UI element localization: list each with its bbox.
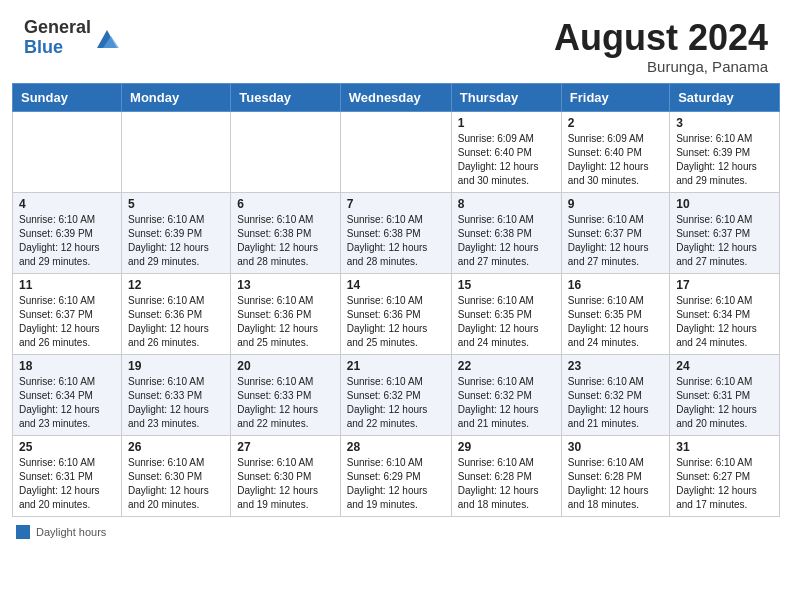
day-info: Sunrise: 6:10 AMSunset: 6:39 PMDaylight:… [128,213,224,269]
day-number: 28 [347,440,445,454]
logo-general-text: General [24,17,91,37]
day-info: Sunrise: 6:09 AMSunset: 6:40 PMDaylight:… [568,132,663,188]
calendar-cell: 19Sunrise: 6:10 AMSunset: 6:33 PMDayligh… [122,354,231,435]
day-number: 23 [568,359,663,373]
calendar-week-row: 1Sunrise: 6:09 AMSunset: 6:40 PMDaylight… [13,111,780,192]
calendar-week-row: 25Sunrise: 6:10 AMSunset: 6:31 PMDayligh… [13,435,780,516]
day-info: Sunrise: 6:10 AMSunset: 6:32 PMDaylight:… [568,375,663,431]
calendar-cell [340,111,451,192]
day-number: 24 [676,359,773,373]
calendar-cell: 17Sunrise: 6:10 AMSunset: 6:34 PMDayligh… [670,273,780,354]
calendar-cell: 30Sunrise: 6:10 AMSunset: 6:28 PMDayligh… [561,435,669,516]
calendar-body: 1Sunrise: 6:09 AMSunset: 6:40 PMDaylight… [13,111,780,516]
calendar-week-row: 4Sunrise: 6:10 AMSunset: 6:39 PMDaylight… [13,192,780,273]
daylight-dot [16,525,30,539]
weekday-header-cell: Thursday [451,83,561,111]
logo-icon [93,24,121,52]
weekday-header-cell: Monday [122,83,231,111]
day-number: 11 [19,278,115,292]
day-number: 10 [676,197,773,211]
calendar-cell: 31Sunrise: 6:10 AMSunset: 6:27 PMDayligh… [670,435,780,516]
page-header: General Blue August 2024 Burunga, Panama [0,0,792,83]
day-info: Sunrise: 6:10 AMSunset: 6:39 PMDaylight:… [676,132,773,188]
calendar-cell: 9Sunrise: 6:10 AMSunset: 6:37 PMDaylight… [561,192,669,273]
calendar-cell: 3Sunrise: 6:10 AMSunset: 6:39 PMDaylight… [670,111,780,192]
day-info: Sunrise: 6:10 AMSunset: 6:39 PMDaylight:… [19,213,115,269]
calendar-cell: 29Sunrise: 6:10 AMSunset: 6:28 PMDayligh… [451,435,561,516]
month-year-title: August 2024 [554,18,768,58]
calendar-cell: 15Sunrise: 6:10 AMSunset: 6:35 PMDayligh… [451,273,561,354]
day-number: 18 [19,359,115,373]
day-number: 25 [19,440,115,454]
day-info: Sunrise: 6:10 AMSunset: 6:32 PMDaylight:… [347,375,445,431]
day-number: 8 [458,197,555,211]
day-number: 14 [347,278,445,292]
calendar-cell: 5Sunrise: 6:10 AMSunset: 6:39 PMDaylight… [122,192,231,273]
calendar-cell: 22Sunrise: 6:10 AMSunset: 6:32 PMDayligh… [451,354,561,435]
calendar-cell: 10Sunrise: 6:10 AMSunset: 6:37 PMDayligh… [670,192,780,273]
day-number: 15 [458,278,555,292]
day-number: 17 [676,278,773,292]
day-info: Sunrise: 6:10 AMSunset: 6:30 PMDaylight:… [237,456,333,512]
day-info: Sunrise: 6:10 AMSunset: 6:34 PMDaylight:… [676,294,773,350]
calendar-cell: 27Sunrise: 6:10 AMSunset: 6:30 PMDayligh… [231,435,340,516]
day-info: Sunrise: 6:10 AMSunset: 6:28 PMDaylight:… [458,456,555,512]
day-number: 3 [676,116,773,130]
day-number: 2 [568,116,663,130]
day-info: Sunrise: 6:10 AMSunset: 6:35 PMDaylight:… [568,294,663,350]
calendar-cell: 2Sunrise: 6:09 AMSunset: 6:40 PMDaylight… [561,111,669,192]
calendar-cell: 12Sunrise: 6:10 AMSunset: 6:36 PMDayligh… [122,273,231,354]
day-number: 5 [128,197,224,211]
day-info: Sunrise: 6:10 AMSunset: 6:31 PMDaylight:… [676,375,773,431]
day-info: Sunrise: 6:10 AMSunset: 6:36 PMDaylight:… [237,294,333,350]
day-info: Sunrise: 6:10 AMSunset: 6:38 PMDaylight:… [458,213,555,269]
calendar-table: SundayMondayTuesdayWednesdayThursdayFrid… [12,83,780,517]
logo-blue-text: Blue [24,37,63,57]
day-info: Sunrise: 6:10 AMSunset: 6:33 PMDaylight:… [128,375,224,431]
day-number: 7 [347,197,445,211]
day-number: 9 [568,197,663,211]
day-info: Sunrise: 6:10 AMSunset: 6:34 PMDaylight:… [19,375,115,431]
calendar-cell: 25Sunrise: 6:10 AMSunset: 6:31 PMDayligh… [13,435,122,516]
day-number: 16 [568,278,663,292]
logo: General Blue [24,18,121,58]
calendar-cell: 20Sunrise: 6:10 AMSunset: 6:33 PMDayligh… [231,354,340,435]
calendar-cell: 14Sunrise: 6:10 AMSunset: 6:36 PMDayligh… [340,273,451,354]
calendar-cell: 8Sunrise: 6:10 AMSunset: 6:38 PMDaylight… [451,192,561,273]
day-number: 31 [676,440,773,454]
day-info: Sunrise: 6:10 AMSunset: 6:38 PMDaylight:… [237,213,333,269]
day-number: 20 [237,359,333,373]
weekday-header-cell: Friday [561,83,669,111]
calendar-week-row: 18Sunrise: 6:10 AMSunset: 6:34 PMDayligh… [13,354,780,435]
calendar-cell [13,111,122,192]
calendar-cell: 26Sunrise: 6:10 AMSunset: 6:30 PMDayligh… [122,435,231,516]
day-info: Sunrise: 6:10 AMSunset: 6:37 PMDaylight:… [676,213,773,269]
weekday-header-cell: Saturday [670,83,780,111]
location-subtitle: Burunga, Panama [554,58,768,75]
day-number: 27 [237,440,333,454]
calendar-cell: 21Sunrise: 6:10 AMSunset: 6:32 PMDayligh… [340,354,451,435]
day-info: Sunrise: 6:10 AMSunset: 6:35 PMDaylight:… [458,294,555,350]
weekday-header-row: SundayMondayTuesdayWednesdayThursdayFrid… [13,83,780,111]
calendar-cell: 16Sunrise: 6:10 AMSunset: 6:35 PMDayligh… [561,273,669,354]
day-info: Sunrise: 6:10 AMSunset: 6:28 PMDaylight:… [568,456,663,512]
calendar-cell: 23Sunrise: 6:10 AMSunset: 6:32 PMDayligh… [561,354,669,435]
calendar-cell: 11Sunrise: 6:10 AMSunset: 6:37 PMDayligh… [13,273,122,354]
day-number: 19 [128,359,224,373]
day-info: Sunrise: 6:10 AMSunset: 6:37 PMDaylight:… [568,213,663,269]
calendar-cell: 7Sunrise: 6:10 AMSunset: 6:38 PMDaylight… [340,192,451,273]
day-number: 22 [458,359,555,373]
day-number: 6 [237,197,333,211]
day-info: Sunrise: 6:10 AMSunset: 6:37 PMDaylight:… [19,294,115,350]
calendar-week-row: 11Sunrise: 6:10 AMSunset: 6:37 PMDayligh… [13,273,780,354]
calendar-cell: 18Sunrise: 6:10 AMSunset: 6:34 PMDayligh… [13,354,122,435]
day-number: 4 [19,197,115,211]
day-number: 26 [128,440,224,454]
calendar-cell [122,111,231,192]
day-info: Sunrise: 6:10 AMSunset: 6:38 PMDaylight:… [347,213,445,269]
day-info: Sunrise: 6:10 AMSunset: 6:36 PMDaylight:… [347,294,445,350]
day-info: Sunrise: 6:10 AMSunset: 6:32 PMDaylight:… [458,375,555,431]
day-info: Sunrise: 6:10 AMSunset: 6:30 PMDaylight:… [128,456,224,512]
day-number: 1 [458,116,555,130]
weekday-header-cell: Tuesday [231,83,340,111]
